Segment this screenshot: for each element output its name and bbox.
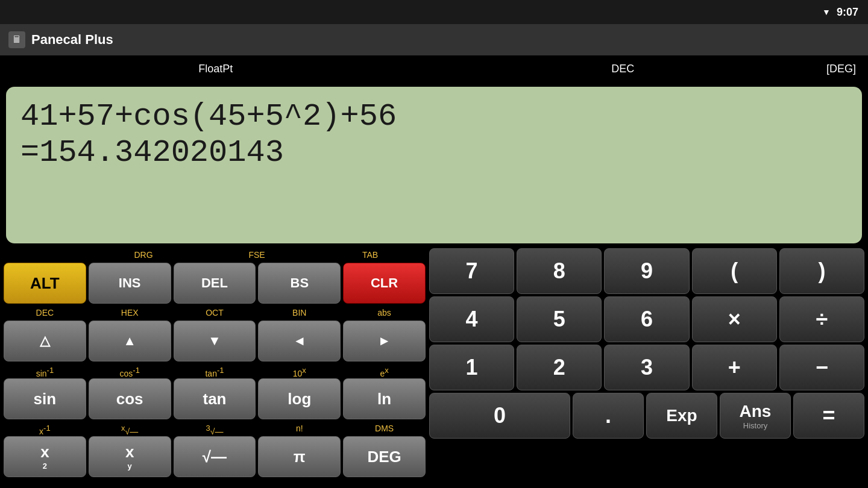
row1-buttons: ALT INS DEL BS CLR	[4, 263, 426, 304]
btn-1[interactable]: 1	[429, 345, 514, 390]
delta-button[interactable]: △	[4, 321, 86, 361]
right-row4: 0 . Exp Ans History =	[429, 393, 864, 439]
row4-buttons: x2 xy √— π DEG	[4, 436, 426, 477]
btn-rparen[interactable]: )	[779, 248, 864, 294]
title-bar: 🖩 Panecal Plus	[0, 24, 868, 55]
left-panel: DRG FSE TAB ALT INS DEL BS CLR DEC HEX O…	[4, 248, 426, 477]
label-tan-inv: tan-1	[174, 364, 256, 377]
right-row1: 7 8 9 ( )	[429, 248, 864, 294]
ans-label: Ans	[740, 402, 772, 421]
label-nfact: n!	[258, 422, 341, 435]
left-button[interactable]: ◄	[258, 321, 341, 361]
btn-5[interactable]: 5	[517, 296, 602, 342]
label-10x: 10x	[258, 364, 341, 377]
cos-button[interactable]: cos	[89, 378, 171, 419]
btn-2[interactable]: 2	[517, 345, 602, 390]
btn-divide[interactable]: ÷	[779, 296, 864, 342]
clock: 9:07	[837, 6, 858, 19]
label-dms: DMS	[343, 422, 426, 435]
btn-plus[interactable]: +	[692, 345, 777, 390]
label-sin-inv: sin-1	[4, 364, 86, 377]
bs-button[interactable]: BS	[258, 263, 341, 304]
sin-button[interactable]: sin	[4, 378, 86, 419]
btn-8[interactable]: 8	[517, 248, 602, 294]
label-xinv: x-1	[4, 422, 86, 435]
row3-buttons: sin cos tan log ln	[4, 378, 426, 419]
right-row3: 1 2 3 + −	[429, 345, 864, 390]
label-xroot: x√—	[89, 422, 171, 435]
tan-button[interactable]: tan	[174, 378, 256, 419]
info-dec: DEC	[420, 63, 827, 75]
up-solid-button[interactable]: ▲	[89, 321, 171, 361]
right-panel: 7 8 9 ( ) 4 5 6 × ÷ 1 2 3 + − 0 . Exp	[429, 248, 864, 477]
btn-9[interactable]: 9	[604, 248, 689, 294]
ins-button[interactable]: INS	[89, 263, 171, 304]
btn-7[interactable]: 7	[429, 248, 514, 294]
pi-button[interactable]: π	[258, 436, 341, 477]
info-bar: FloatPt DEC [DEG]	[0, 55, 868, 82]
right-row2: 4 5 6 × ÷	[429, 296, 864, 342]
row0-labels: DRG FSE TAB	[4, 248, 426, 261]
label-hex: HEX	[89, 306, 171, 319]
ln-button[interactable]: ln	[343, 378, 426, 419]
xy-button[interactable]: xy	[89, 436, 171, 477]
row2-buttons: △ ▲ ▼ ◄ ►	[4, 321, 426, 361]
label-fse: FSE	[201, 248, 312, 261]
btn-6[interactable]: 6	[604, 296, 689, 342]
log-button[interactable]: log	[258, 378, 341, 419]
btn-dot[interactable]: .	[573, 393, 644, 439]
label-ex: ex	[343, 364, 426, 377]
label-oct: OCT	[174, 306, 256, 319]
app-icon: 🖩	[8, 31, 25, 48]
btn-0[interactable]: 0	[429, 393, 570, 439]
label-drg: DRG	[88, 248, 199, 261]
btn-equals[interactable]: =	[793, 393, 864, 439]
result: =154.342020143	[20, 135, 848, 171]
info-deg: [DEG]	[826, 63, 856, 75]
label-abs: abs	[343, 306, 426, 319]
label-bin: BIN	[258, 306, 341, 319]
btn-exp[interactable]: Exp	[646, 393, 717, 439]
btn-3[interactable]: 3	[604, 345, 689, 390]
display-area: 41+57+cos(45+5^2)+56 =154.342020143	[6, 87, 862, 243]
btn-4[interactable]: 4	[429, 296, 514, 342]
label-3root: 3√—	[174, 422, 256, 435]
status-bar: ▼ 9:07	[0, 0, 868, 24]
wifi-icon: ▼	[822, 7, 831, 17]
row4-labels: x-1 x√— 3√— n! DMS	[4, 422, 426, 435]
btn-minus[interactable]: −	[779, 345, 864, 390]
sqrt-button[interactable]: √—	[174, 436, 256, 477]
label-dec: DEC	[4, 306, 86, 319]
label-cos-inv: cos-1	[89, 364, 171, 377]
history-label: History	[743, 421, 767, 430]
alt-button[interactable]: ALT	[4, 263, 86, 304]
app-title: Panecal Plus	[31, 32, 113, 48]
btn-ans[interactable]: Ans History	[720, 393, 791, 439]
expression: 41+57+cos(45+5^2)+56	[20, 99, 848, 135]
down-solid-button[interactable]: ▼	[174, 321, 256, 361]
x2-button[interactable]: x2	[4, 436, 86, 477]
calc-body: DRG FSE TAB ALT INS DEL BS CLR DEC HEX O…	[0, 248, 868, 477]
deg-button[interactable]: DEG	[343, 436, 426, 477]
row2-labels: DEC HEX OCT BIN abs	[4, 306, 426, 319]
right-button[interactable]: ►	[343, 321, 426, 361]
clr-button[interactable]: CLR	[343, 263, 426, 304]
info-floatpt: FloatPt	[12, 63, 420, 75]
btn-lparen[interactable]: (	[692, 248, 777, 294]
label-tab: TAB	[315, 248, 426, 261]
del-button[interactable]: DEL	[174, 263, 256, 304]
btn-multiply[interactable]: ×	[692, 296, 777, 342]
row3-labels: sin-1 cos-1 tan-1 10x ex	[4, 364, 426, 377]
